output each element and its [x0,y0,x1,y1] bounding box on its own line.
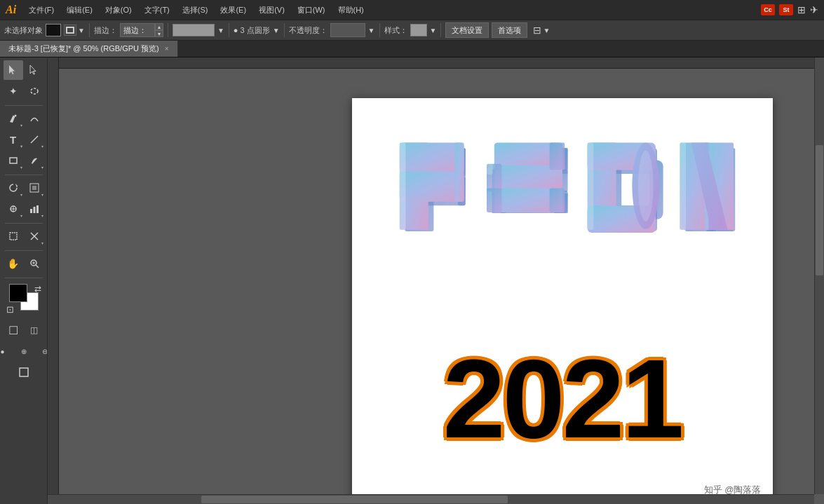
curvature-tool[interactable] [25,109,44,128]
grid-icon[interactable]: ⊞ [797,4,806,15]
main-area: ✦ ▾ T ▾ ▾ ▾ [0,57,824,504]
svg-rect-63 [587,142,593,229]
zoom-out-btn[interactable]: ⊕ [14,341,34,361]
menu-type[interactable]: 文字(T) [139,4,175,17]
2021-text-area: 2021 [352,293,773,504]
svg-line-19 [36,265,39,268]
st-icon[interactable]: St [779,4,793,15]
pen-tool[interactable]: ▾ [4,109,23,128]
ruler-top [48,57,824,69]
symbol-tool[interactable]: ▾ [4,199,23,219]
opacity-input[interactable]: 100% [330,23,365,37]
fill-color[interactable] [46,24,61,36]
menu-view[interactable]: 视图(V) [253,4,290,17]
stroke-input[interactable] [120,23,155,37]
direct-select-tool[interactable] [25,60,44,80]
arrow-icon: ▼ [78,27,85,34]
svg-marker-1 [30,65,36,74]
artboard-tool[interactable] [4,226,23,246]
left-toolbar: ✦ ▾ T ▾ ▾ ▾ [0,57,48,504]
lasso-tool[interactable] [25,81,44,101]
svg-rect-42 [549,142,565,170]
svg-point-3 [14,115,16,117]
ruler-left [48,57,59,504]
menu-bar: Ai 文件(F) 编辑(E) 对象(O) 文字(T) 选择(S) 效果(E) 视… [0,0,824,20]
menu-help[interactable]: 帮助(H) [332,4,370,17]
svg-rect-8 [32,186,36,190]
send-icon[interactable]: ✈ [810,4,818,15]
svg-rect-12 [30,209,32,213]
menu-effect[interactable]: 效果(E) [215,4,252,17]
menu-select[interactable]: 选择(S) [177,4,214,17]
preferences-button[interactable]: 首选项 [492,22,527,38]
point-arrow: ▼ [273,27,280,34]
menu-object[interactable]: 对象(O) [100,4,137,17]
transform-tool[interactable]: ▾ [25,178,44,198]
rotate-tool[interactable]: ▾ [4,178,23,198]
svg-rect-64 [680,142,686,229]
svg-marker-0 [9,65,15,74]
arrange-icon[interactable]: ⊟ [533,25,541,36]
pencil-tool[interactable]: ▾ [25,151,44,170]
horizontal-scroll-thumb[interactable] [201,496,508,503]
point-label: ● 3 点圆形 [234,25,270,36]
canvas-document: 2021 知乎 @陶落落 [352,98,773,505]
svg-rect-62 [487,142,493,174]
tab-close-button[interactable]: × [165,45,169,53]
selection-label: 未选择对象 [4,25,43,36]
svg-rect-5 [10,158,17,163]
select-tool[interactable] [4,60,23,80]
color-mode-btn[interactable]: ● [0,341,13,361]
svg-point-53 [638,150,654,222]
default-colors-icon[interactable]: ⊡ [6,304,14,315]
horizontal-scrollbar[interactable] [48,494,814,504]
type-tool[interactable]: T ▾ [4,130,23,149]
canvas-area[interactable]: 2021 知乎 @陶落落 [48,57,824,504]
vertical-scrollbar[interactable] [814,57,824,494]
stroke-spinner[interactable]: ▲ ▼ [120,23,163,37]
svg-rect-29 [399,171,464,201]
cc-icon[interactable]: Cc [761,4,775,15]
svg-rect-22 [20,368,28,376]
app-logo: Ai [6,4,16,16]
rect-tool[interactable]: ▾ [4,151,23,170]
svg-line-4 [31,136,38,143]
draw-mode-btn[interactable] [14,362,34,382]
svg-rect-28 [399,142,464,172]
variable-arrow: ▼ [217,27,224,34]
variable-width[interactable] [173,24,215,36]
vertical-scroll-thumb[interactable] [816,145,823,276]
3d-text-area [352,98,773,293]
svg-rect-44 [549,188,565,212]
gradient-btn[interactable]: ◫ [25,320,44,340]
line-tool[interactable]: ▾ [25,130,44,149]
svg-rect-61 [399,142,405,229]
svg-rect-13 [33,207,35,213]
style-preview[interactable] [410,24,427,36]
svg-rect-30 [454,142,464,201]
style-label: 样式： [384,25,407,36]
svg-rect-14 [36,205,39,213]
opacity-arrow: ▼ [368,27,375,34]
tab-bar: 未标题-3 [已恢复]* @ 50% (RGB/GPU 预览) × [0,41,824,57]
slice-tool[interactable]: ▾ [25,226,44,246]
menu-edit[interactable]: 编辑(E) [61,4,98,17]
stroke-down[interactable]: ▼ [155,30,163,37]
hand-tool[interactable]: ✋ [4,254,23,273]
toolbar: 未选择对象 ▼ 描边： ▲ ▼ ▼ ● 3 点圆形 ▼ 不透明度： 100% ▼… [0,20,824,41]
menu-window[interactable]: 窗口(W) [292,4,331,17]
zoom-in-btn[interactable]: ⊖ [35,341,48,361]
magic-wand-tool[interactable]: ✦ [4,81,23,101]
zoom-tool[interactable] [25,254,44,273]
none-color-btn[interactable]: ☐ [4,320,23,340]
menu-file[interactable]: 文件(F) [23,4,60,17]
svg-rect-15 [10,233,17,240]
opacity-label: 不透明度： [289,25,327,36]
stroke-color[interactable] [64,25,76,36]
stroke-up[interactable]: ▲ [155,23,163,30]
arrange-arrow: ▼ [543,27,550,34]
document-tab[interactable]: 未标题-3 [已恢复]* @ 50% (RGB/GPU 预览) × [0,41,178,57]
graph-tool[interactable]: ▾ [25,199,44,219]
foreground-color[interactable] [9,284,27,302]
doc-settings-button[interactable]: 文档设置 [445,22,489,38]
